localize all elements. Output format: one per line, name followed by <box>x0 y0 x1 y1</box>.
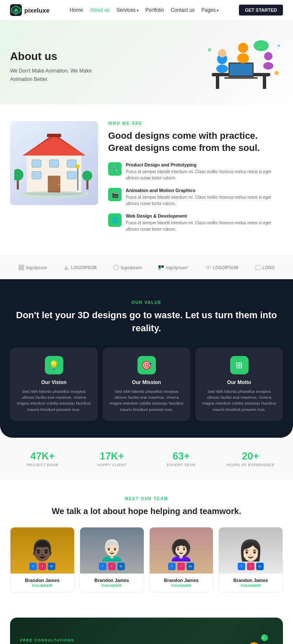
feature-item: 🎬 Animation and Motion Graphics Purus id… <box>108 188 283 207</box>
team-grid: 👨🏿 f i in Brandon James FOUNDER 👨🏻‍🦳 f i… <box>10 527 283 592</box>
hero-illustration: ... <box>199 37 283 96</box>
logos-strip: logoipsum LOGOIPSUM logoipsum logoipsum°… <box>0 256 293 279</box>
feature-item: 🔧 Product Design and Prototyping Purus i… <box>108 162 283 181</box>
house-illustration <box>10 121 98 205</box>
nav-contact[interactable]: Contact us <box>171 7 194 13</box>
team-instagram[interactable]: i <box>108 563 116 570</box>
logo[interactable]: pixeluxe <box>10 4 49 16</box>
svg-text:+: + <box>262 636 264 640</box>
svg-rect-36 <box>86 180 88 190</box>
cta-text: FREE CONSULTATIONS Book a free consultat… <box>20 638 129 644</box>
stat-label: HAPPY CLIENT <box>79 463 144 467</box>
svg-point-18 <box>263 62 273 70</box>
team-instagram[interactable]: i <box>177 563 185 570</box>
nav-links: Home About us Services Portfolio Contact… <box>70 7 219 13</box>
team-social: f i in <box>238 563 264 570</box>
svg-point-35 <box>14 169 23 181</box>
cta-svg: + <box>214 630 273 644</box>
hero-subtitle: We Don't Make Animation. We Make Animati… <box>10 67 111 83</box>
team-card: 👨🏿 f i in Brandon James FOUNDER <box>10 527 75 592</box>
svg-rect-46 <box>158 268 161 270</box>
value-card: 💡 Our Vision Sed nibh lobortis phasellus… <box>10 348 98 421</box>
cta-label: FREE CONSULTATIONS <box>20 638 129 642</box>
team-social: f i in <box>168 563 194 570</box>
svg-rect-30 <box>32 171 41 179</box>
stats-section: 47K+ PROJECT DONE 17K+ HAPPY CLIENT 63+ … <box>0 438 293 480</box>
svg-rect-8 <box>230 64 252 75</box>
team-linkedin[interactable]: in <box>117 563 125 570</box>
team-photo: 👨🏻‍🦳 f i in <box>80 527 144 574</box>
feature-icon: 🎬 <box>108 188 122 201</box>
team-heading: We talk a lot about hope helping and tea… <box>10 505 283 517</box>
logo-icon <box>10 4 22 16</box>
stat-number: 17K+ <box>79 450 144 462</box>
our-value-section: OUR VALUE Don't let your 3D designs go t… <box>0 279 293 438</box>
svg-marker-25 <box>23 136 86 156</box>
team-info: Brandon James FOUNDER <box>150 574 213 592</box>
team-linkedin[interactable]: in <box>256 563 264 570</box>
logo-item-4: logoipsum° <box>158 265 189 270</box>
stat-item: 63+ EXPERT TEAM <box>149 450 214 467</box>
team-card: 👨🏻‍🦳 f i in Brandon James FOUNDER <box>80 527 144 592</box>
svg-point-56 <box>247 642 261 644</box>
team-facebook[interactable]: f <box>168 563 176 570</box>
team-facebook[interactable]: f <box>29 563 37 570</box>
team-photo: 👩🏻‍🦱 f i in <box>150 527 213 574</box>
feature-text: Web Design & Development Purus id semper… <box>126 213 283 232</box>
svg-point-40 <box>25 191 83 196</box>
team-section: MEET OUR TEAM We talk a lot about hope h… <box>0 480 293 609</box>
svg-point-20 <box>275 71 279 75</box>
logo-item-1: logoipsum <box>18 265 47 270</box>
team-photo: 👨🏿 f i in <box>10 527 74 574</box>
team-photo: 👩🏻 f i in <box>219 527 283 574</box>
team-name: Brandon James <box>152 578 211 583</box>
feature-desc: Purus id semper blandit interdum mi. Cla… <box>126 194 283 207</box>
nav-about[interactable]: About us <box>90 7 109 13</box>
about-image <box>10 121 98 205</box>
svg-rect-26 <box>47 134 61 137</box>
nav-home[interactable]: Home <box>70 7 83 13</box>
team-facebook[interactable]: f <box>238 563 245 570</box>
cta-banner: FREE CONSULTATIONS Book a free consultat… <box>10 618 283 644</box>
value-cards: 💡 Our Vision Sed nibh lobortis phasellus… <box>10 348 283 421</box>
get-started-button[interactable]: GET STARTED <box>239 5 283 16</box>
nav-pages[interactable]: Pages <box>202 7 219 13</box>
team-facebook[interactable]: f <box>99 563 106 570</box>
svg-point-48 <box>207 267 209 268</box>
svg-rect-6 <box>263 76 266 89</box>
hero-text: About us We Don't Make Animation. We Mak… <box>10 50 111 83</box>
value-card-desc: Sed nibh lobortis phasellus inceptos ult… <box>109 389 184 413</box>
nav-services[interactable]: Services <box>117 7 139 13</box>
team-linkedin[interactable]: in <box>187 563 194 570</box>
team-info: Brandon James FOUNDER <box>80 574 144 592</box>
team-name: Brandon James <box>83 578 141 583</box>
stat-number: 20+ <box>218 450 283 462</box>
logo-item-2: LOGOIPSUM <box>63 265 96 270</box>
our-value-heading: Don't let your 3D designs go to waste. L… <box>10 309 283 335</box>
feature-icon: 🌐 <box>108 213 122 227</box>
svg-rect-44 <box>158 265 161 268</box>
svg-point-3 <box>15 9 17 12</box>
stat-item: 20+ YEARS OF EXPERIENCE <box>218 450 283 467</box>
svg-point-11 <box>216 65 228 73</box>
team-instagram[interactable]: i <box>247 563 254 570</box>
features-list: 🔧 Product Design and Prototyping Purus i… <box>108 162 283 232</box>
feature-item: 🌐 Web Design & Development Purus id semp… <box>108 213 283 232</box>
value-card-icon: 🎯 <box>137 356 156 374</box>
value-card-title: Our Motto <box>201 379 277 385</box>
svg-text:L: L <box>256 267 258 270</box>
team-instagram[interactable]: i <box>39 563 46 570</box>
nav-portfolio[interactable]: Portfolio <box>145 7 164 13</box>
stat-label: PROJECT DONE <box>10 463 75 467</box>
feature-desc: Purus id semper blandit interdum mi. Cla… <box>126 220 283 232</box>
about-section: WHO WE ARE Good designs come with practi… <box>0 104 293 256</box>
team-label: MEET OUR TEAM <box>10 496 283 501</box>
stat-label: YEARS OF EXPERIENCE <box>218 463 283 467</box>
team-info: Brandon James FOUNDER <box>219 574 283 592</box>
team-name: Brandon James <box>221 578 280 583</box>
team-role: FOUNDER <box>13 584 72 588</box>
hero-section: About us We Don't Make Animation. We Mak… <box>0 21 293 104</box>
about-content: WHO WE ARE Good designs come with practi… <box>108 121 283 239</box>
team-linkedin[interactable]: in <box>48 563 55 570</box>
svg-rect-28 <box>49 160 59 167</box>
